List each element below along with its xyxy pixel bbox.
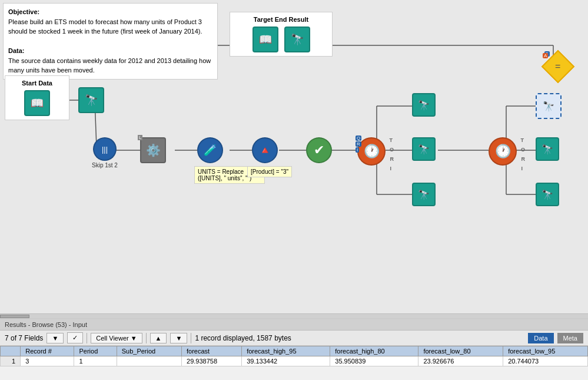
warning-icon: = <box>555 61 560 72</box>
start-book-icon[interactable]: 📖 <box>24 90 50 116</box>
boolean-icon[interactable]: ✔ <box>306 137 332 163</box>
port-t2: T <box>521 137 524 143</box>
port-r2: R <box>521 156 526 162</box>
panel-title: Results - Browse (53) - Input <box>5 321 87 328</box>
data-button[interactable]: Data <box>528 333 553 343</box>
browse-icon-right-top[interactable]: 🔭 <box>536 93 562 119</box>
skip-label: Skip 1st 2 <box>92 162 118 168</box>
browse-node-mid[interactable]: 🔭 <box>412 137 436 161</box>
ets-icon-2[interactable]: 🕐 <box>489 137 517 166</box>
formula-node-2[interactable]: 🔺 <box>252 137 278 163</box>
col-forecast: forecast <box>182 346 242 356</box>
browse-node-bot[interactable]: 🔭 <box>412 183 436 206</box>
target-box: Target End Result 📖 🔭 <box>230 12 333 57</box>
browse-icon-bot[interactable]: 🔭 <box>412 183 436 206</box>
port-r: R <box>390 156 394 162</box>
divider-2 <box>146 333 147 343</box>
formula-label-2: [Product] = "3" <box>247 166 292 177</box>
port-i2: I <box>521 166 523 171</box>
arrow-up-btn[interactable]: ▲ <box>150 333 167 343</box>
col-forecast-high-95: forecast_high_95 <box>242 346 330 356</box>
table-header-row: Record # Period Sub_Period forecast fore… <box>1 346 588 356</box>
boolean-node[interactable]: ✔ <box>306 137 332 163</box>
col-forecast-low-80: forecast_low_80 <box>418 346 503 356</box>
browse-icon-right-bot[interactable]: 🔭 <box>536 183 559 206</box>
canvas: Objective: Please build an ETS model to … <box>0 0 588 318</box>
objective-box: Objective: Please build an ETS model to … <box>3 3 218 80</box>
browse-node-top[interactable]: 🔭 <box>412 93 436 117</box>
formula-icon-1[interactable]: 🧪 <box>197 137 223 163</box>
toolbar-row: 7 of 7 Fields ▼ ✓ Cell Viewer ▼ ▲ ▼ 1 re… <box>0 331 588 346</box>
objective-title: Objective: <box>8 7 212 17</box>
results-table: Record # Period Sub_Period forecast fore… <box>0 346 588 366</box>
row-forecast-high-80: 35.950839 <box>330 356 418 366</box>
fields-dropdown[interactable]: ▼ <box>46 333 64 343</box>
row-sub-period <box>117 356 181 366</box>
row-period: 1 <box>74 356 117 366</box>
start-label: Start Data <box>10 80 64 87</box>
record-info: 1 record displayed, 1587 bytes <box>195 334 291 342</box>
browse-right-top[interactable]: 🔭 <box>536 93 562 119</box>
parse-node[interactable]: L ⚙️ <box>140 137 166 163</box>
col-record <box>1 346 21 356</box>
check-btn[interactable]: ✓ <box>67 332 83 343</box>
row-forecast-high-95: 39.133442 <box>242 356 330 366</box>
clock1-badge-i: I <box>356 147 359 153</box>
arrow-down-btn[interactable]: ▼ <box>170 333 187 343</box>
browse-icon-right-mid[interactable]: 🔭 <box>536 137 559 161</box>
target-browse-icon[interactable]: 🔭 <box>284 27 310 52</box>
meta-button[interactable]: Meta <box>557 333 583 343</box>
port-o: O <box>390 147 394 153</box>
col-sub-period: Sub_Period <box>117 346 181 356</box>
port-o2: O <box>521 147 525 153</box>
browse-right-mid[interactable]: 🔭 <box>536 137 559 161</box>
port-t: T <box>390 137 393 143</box>
viewer-btn[interactable]: Cell Viewer ▼ <box>91 333 142 343</box>
viewer-label: Cell Viewer <box>96 335 128 342</box>
start-box: Start Data 📖 <box>5 75 69 120</box>
clock1-badge-q: Q <box>356 136 361 141</box>
panel-header: Results - Browse (53) - Input <box>0 319 588 331</box>
formula-icon-2[interactable]: 🔺 <box>252 137 278 163</box>
row-num: 1 <box>1 356 21 366</box>
browse-icon-top[interactable]: 🔭 <box>412 93 436 117</box>
browse-icon-1[interactable]: 🔭 <box>78 87 104 113</box>
fields-label: 7 of 7 Fields <box>5 334 43 342</box>
divider-3 <box>191 333 191 343</box>
skip-node[interactable]: ||| Skip 1st 2 <box>92 137 118 168</box>
col-record-num: Record # <box>21 346 74 356</box>
parse-icon[interactable]: ⚙️ <box>140 137 166 163</box>
objective-text2: The source data contains weekly data for… <box>8 56 212 75</box>
row-forecast: 29.938758 <box>182 356 242 366</box>
target-label: Target End Result <box>235 16 327 23</box>
badge-a: A <box>543 53 548 58</box>
table-row: 1 3 1 29.938758 39.133442 35.950839 23.9… <box>1 356 588 366</box>
divider-1 <box>87 333 87 343</box>
data-title: Data: <box>8 46 212 56</box>
bottom-panel: Results - Browse (53) - Input 7 of 7 Fie… <box>0 318 588 380</box>
ets-node-1[interactable]: 🕐 T O R I <box>357 137 386 166</box>
row-forecast-low-80: 23.926676 <box>418 356 503 366</box>
objective-text1: Please build an ETS model to forecast ho… <box>8 17 212 37</box>
browse-right-bot[interactable]: 🔭 <box>536 183 559 206</box>
skip-icon[interactable]: ||| <box>93 137 117 161</box>
col-forecast-high-80: forecast_high_80 <box>330 346 418 356</box>
browse-node-1[interactable]: 🔭 <box>78 87 104 113</box>
col-forecast-low-95: forecast_low_95 <box>503 346 588 356</box>
target-book-icon[interactable]: 📖 <box>253 27 278 52</box>
row-record: 3 <box>21 356 74 366</box>
col-period: Period <box>74 346 117 356</box>
port-i: I <box>390 166 391 171</box>
canvas-scrollbar[interactable] <box>0 313 588 318</box>
ets-node-2[interactable]: 🕐 T O R I <box>489 137 517 166</box>
formula-node-1[interactable]: 🧪 <box>197 137 223 163</box>
clock1-badge-r: R <box>356 141 361 147</box>
row-forecast-low-95: 20.744073 <box>503 356 588 366</box>
results-table-container[interactable]: Record # Period Sub_Period forecast fore… <box>0 346 588 376</box>
ets-icon-1[interactable]: 🕐 <box>357 137 386 166</box>
browse-icon-mid[interactable]: 🔭 <box>412 137 436 161</box>
